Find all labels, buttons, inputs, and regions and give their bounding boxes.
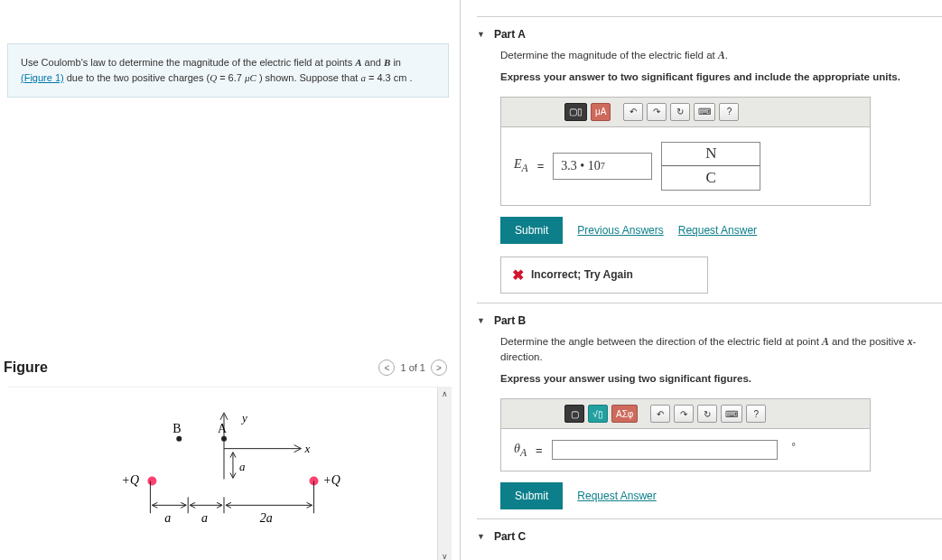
scroll-down-icon[interactable]: ∨	[442, 550, 448, 560]
point-a: A	[355, 57, 361, 68]
part-a-variable: EA	[514, 157, 528, 174]
root-button[interactable]: √▯	[588, 405, 608, 423]
part-b-instruction-1: Determine the angle between the directio…	[500, 334, 942, 367]
redo-button[interactable]: ↷	[674, 405, 694, 423]
degree-unit: °	[792, 441, 796, 452]
figure-link[interactable]: (Figure 1)	[21, 72, 64, 83]
part-c-collapse-icon[interactable]: ▼	[477, 532, 485, 541]
part-c-label: Part C	[494, 530, 526, 543]
problem-text: Use Coulomb's law to determine the magni…	[21, 57, 355, 68]
part-b-answer-row: θA = °	[501, 429, 870, 471]
y-axis-label: y	[240, 411, 247, 425]
part-a-instruction-2: Express your answer to two significant f…	[500, 70, 942, 86]
charge-right-label: +Q	[322, 474, 340, 488]
point-a-label: A	[218, 422, 227, 435]
reset-button[interactable]: ↻	[670, 103, 690, 121]
figure-scrollbar[interactable]: ∧ ∨	[437, 387, 452, 560]
x-axis-label: x	[304, 442, 311, 455]
help-button[interactable]: ?	[746, 405, 766, 423]
templates-button[interactable]: ▢▯	[564, 103, 587, 121]
part-b-variable: θA	[514, 442, 527, 459]
right-panel: ▼ Part A Determine the magnitude of the …	[461, 0, 942, 560]
part-b-collapse-icon[interactable]: ▼	[477, 316, 485, 325]
figure-title: Figure	[4, 359, 48, 376]
part-a-toolbar: ▢▯ μA ↶ ↷ ↻ ⌨ ?	[501, 98, 870, 127]
part-b-value-input[interactable]	[552, 440, 778, 460]
part-b-actions: Submit Request Answer	[500, 482, 942, 509]
scroll-up-icon[interactable]: ∧	[442, 387, 448, 400]
problem-statement: Use Coulomb's law to determine the magni…	[7, 43, 449, 98]
left-panel: Use Coulomb's law to determine the magni…	[0, 0, 461, 560]
incorrect-icon: ✖	[512, 266, 524, 284]
part-a-feedback: ✖ Incorrect; Try Again	[500, 257, 708, 294]
figure-area: y x a B A +Q +Q	[7, 387, 452, 560]
part-b-request-answer-link[interactable]: Request Answer	[577, 490, 656, 502]
figure-prev-button[interactable]: <	[378, 359, 395, 376]
part-a-value-input[interactable]: 3.3 • 107	[553, 153, 652, 180]
a2-label: a	[201, 511, 208, 525]
part-a-instruction-1: Determine the magnitude of the electric …	[500, 48, 942, 64]
previous-answers-link[interactable]: Previous Answers	[577, 224, 663, 237]
a1-label: a	[164, 511, 171, 525]
keyboard-button[interactable]: ⌨	[694, 103, 715, 121]
part-a-actions: Submit Previous Answers Request Answer	[500, 217, 942, 244]
feedback-text: Incorrect; Try Again	[531, 268, 633, 281]
keyboard-button[interactable]: ⌨	[721, 405, 742, 423]
undo-button[interactable]: ↶	[650, 405, 670, 423]
greek-button[interactable]: ΑΣφ	[611, 405, 638, 423]
part-b-answer-box: ▢ √▯ ΑΣφ ↶ ↷ ↻ ⌨ ? θA = °	[500, 398, 871, 471]
twoa-label: 2a	[260, 511, 273, 525]
part-a-request-answer-link[interactable]: Request Answer	[678, 224, 757, 237]
point-b-label: B	[173, 422, 181, 435]
charge-left-label: +Q	[122, 474, 139, 488]
unit-numerator: N	[662, 143, 760, 167]
figure-next-button[interactable]: >	[431, 359, 447, 376]
undo-button[interactable]: ↶	[623, 103, 643, 121]
part-b: ▼ Part B Determine the angle between the…	[477, 303, 942, 509]
figure-nav-label: 1 of 1	[400, 362, 425, 373]
part-a-submit-button[interactable]: Submit	[500, 217, 563, 244]
reset-button[interactable]: ↻	[697, 405, 717, 423]
redo-button[interactable]: ↷	[647, 103, 667, 121]
svg-point-5	[147, 477, 156, 486]
scroll-track[interactable]	[438, 400, 452, 550]
a-vert-label: a	[239, 460, 245, 473]
figure-diagram: y x a B A +Q +Q	[7, 387, 437, 560]
part-b-label: Part B	[494, 314, 526, 327]
part-a-unit-box[interactable]: N C	[661, 142, 760, 191]
units-button[interactable]: μA	[591, 103, 611, 121]
part-b-submit-button[interactable]: Submit	[500, 482, 563, 509]
part-c: ▼ Part C	[477, 518, 942, 550]
figure-nav: < 1 of 1 >	[378, 359, 447, 376]
part-a-answer-row: EA = 3.3 • 107 N C	[501, 127, 870, 205]
part-a-collapse-icon[interactable]: ▼	[477, 30, 485, 39]
part-b-toolbar: ▢ √▯ ΑΣφ ↶ ↷ ↻ ⌨ ?	[501, 399, 870, 429]
svg-point-3	[176, 436, 182, 442]
svg-point-4	[221, 436, 227, 442]
part-a-label: Part A	[494, 28, 526, 41]
part-a: ▼ Part A Determine the magnitude of the …	[477, 16, 942, 294]
part-a-answer-box: ▢▯ μA ↶ ↷ ↻ ⌨ ? EA = 3.3 • 107	[500, 97, 871, 206]
figure-header: Figure < 1 of 1 >	[4, 359, 447, 376]
help-button[interactable]: ?	[719, 103, 739, 121]
unit-denominator: C	[662, 166, 760, 190]
templates-button[interactable]: ▢	[564, 405, 584, 423]
part-b-instruction-2: Express your answer using two significan…	[500, 371, 942, 387]
